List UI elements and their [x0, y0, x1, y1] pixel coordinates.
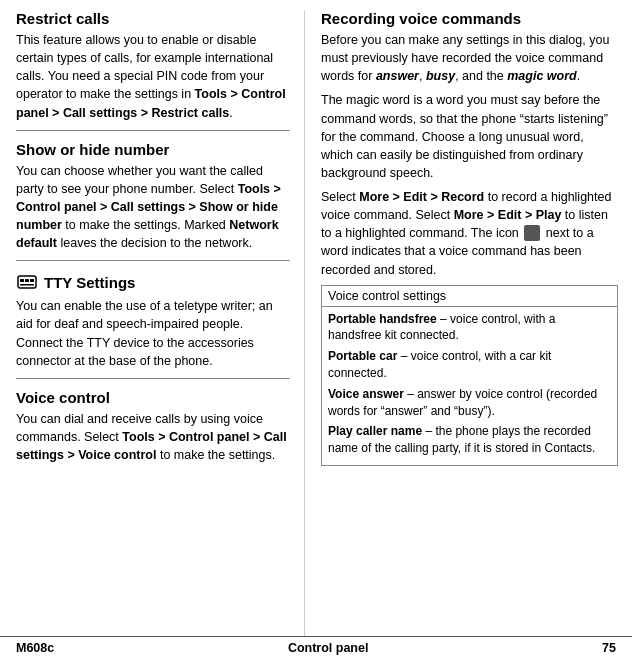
restrict-calls-end: . [229, 106, 232, 120]
svg-rect-4 [20, 284, 34, 286]
voice-control-heading: Voice control [16, 389, 290, 406]
vcs-item-3: Play caller name – the phone plays the r… [328, 423, 611, 457]
show-hide-heading: Show or hide number [16, 141, 290, 158]
voice-control-text2: to make the settings. [156, 448, 275, 462]
show-hide-text3: leaves the decision to the network. [57, 236, 252, 250]
rec-sep2: , and the [455, 69, 507, 83]
voice-control-body: You can dial and receive calls by using … [16, 410, 290, 464]
footer-right: 75 [602, 641, 616, 655]
voice-record-icon [524, 225, 540, 241]
left-column: Restrict calls This feature allows you t… [0, 10, 305, 636]
divider2 [16, 260, 290, 261]
svg-rect-2 [25, 279, 29, 282]
rec-italic1: answer [376, 69, 419, 83]
rec-italic3: magic word [507, 69, 576, 83]
vcs-header: Voice control settings [322, 286, 617, 307]
vcs-item-3-bold: Play caller name [328, 424, 422, 438]
svg-rect-1 [20, 279, 24, 282]
tty-body: You can enable the use of a teletype wri… [16, 297, 290, 370]
vcs-body: Portable handsfree – voice control, with… [322, 307, 617, 465]
footer-center: Control panel [288, 641, 369, 655]
vcs-item-2: Voice answer – answer by voice control (… [328, 386, 611, 420]
rec3-bold1: More > Edit > Record [359, 190, 484, 204]
rec-italic2: busy [426, 69, 455, 83]
rec3-text1: Select [321, 190, 359, 204]
vcs-item-0: Portable handsfree – voice control, with… [328, 311, 611, 345]
show-hide-text2: to make the settings. Marked [62, 218, 229, 232]
recording-para2: The magic word is a word you must say be… [321, 91, 618, 182]
divider1 [16, 130, 290, 131]
tty-heading: TTY Settings [44, 274, 135, 291]
footer-left: M608c [16, 641, 54, 655]
content-area: Restrict calls This feature allows you t… [0, 0, 632, 636]
show-hide-body: You can choose whether you want the call… [16, 162, 290, 253]
page: Restrict calls This feature allows you t… [0, 0, 632, 659]
vcs-item-1-bold: Portable car [328, 349, 397, 363]
divider3 [16, 378, 290, 379]
restrict-calls-body: This feature allows you to enable or dis… [16, 31, 290, 122]
restrict-calls-heading: Restrict calls [16, 10, 290, 27]
right-column: Recording voice commands Before you can … [305, 10, 632, 636]
tty-heading-container: TTY Settings [16, 271, 290, 293]
recording-heading: Recording voice commands [321, 10, 618, 27]
vcs-container: Voice control settings Portable handsfre… [321, 285, 618, 466]
rec-end: . [577, 69, 580, 83]
vcs-item-1: Portable car – voice control, with a car… [328, 348, 611, 382]
show-hide-text1: You can choose whether you want the call… [16, 164, 263, 196]
rec3-bold2: More > Edit > Play [454, 208, 562, 222]
vcs-item-2-bold: Voice answer [328, 387, 404, 401]
vcs-item-0-bold: Portable handsfree [328, 312, 437, 326]
footer: M608c Control panel 75 [0, 636, 632, 659]
svg-rect-3 [30, 279, 34, 282]
rec-sep1: , [419, 69, 426, 83]
recording-para3: Select More > Edit > Record to record a … [321, 188, 618, 279]
tty-icon [16, 271, 38, 293]
recording-para1: Before you can make any settings in this… [321, 31, 618, 85]
